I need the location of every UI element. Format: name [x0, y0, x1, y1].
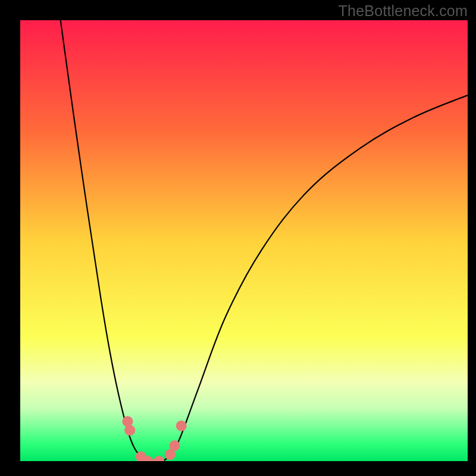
- chart-svg: [20, 20, 468, 461]
- data-point: [154, 456, 164, 461]
- plot-area: [20, 20, 468, 461]
- curve-bottleneck-curve-left: [61, 20, 148, 461]
- curve-bottleneck-curve-right: [164, 95, 468, 461]
- data-point: [176, 421, 187, 431]
- data-point: [169, 440, 180, 451]
- chart-frame: TheBottleneck.com: [0, 0, 476, 476]
- data-point: [124, 425, 135, 436]
- watermark-text: TheBottleneck.com: [339, 2, 468, 20]
